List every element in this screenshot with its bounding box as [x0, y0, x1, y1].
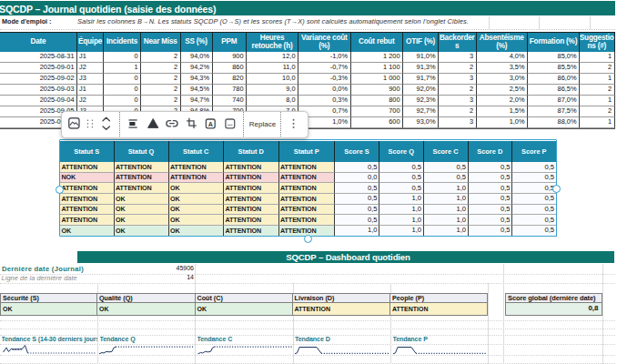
- svg-text:A: A: [208, 120, 213, 128]
